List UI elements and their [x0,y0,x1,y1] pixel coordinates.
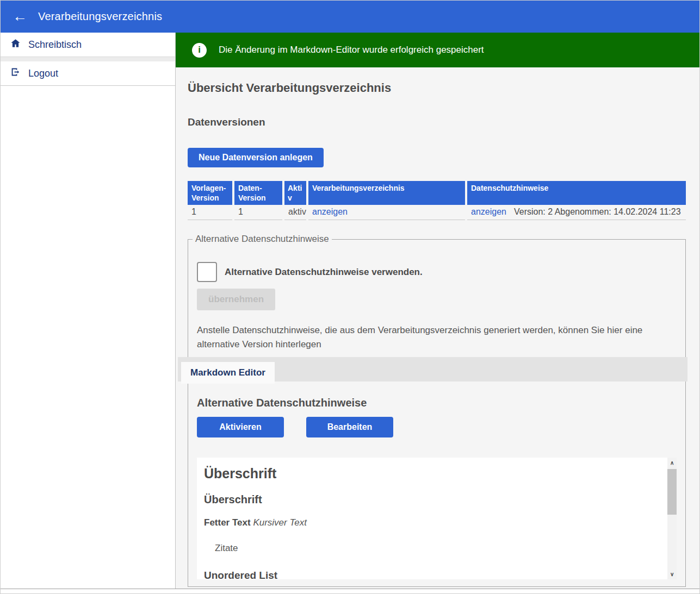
panel-title: Alternative Datenschutzhinweise [197,397,677,409]
preview-heading2: Überschrift [204,493,652,506]
new-dataversion-button[interactable]: Neue Datenversion anlegen [188,148,324,167]
sidebar-item-logout[interactable]: Logout [1,61,175,86]
scroll-up-icon[interactable]: ∧ [667,458,677,468]
col-header-daten-version: Daten-Version [234,181,282,205]
sidebar-divider [1,57,175,61]
col-header-verarbeitungsverzeichnis: Verarbeitungsverzeichnis [308,181,465,205]
sidebar-item-label: Logout [28,68,58,79]
tabstrip: Markdown Editor [178,357,687,382]
app-window: ← Verarbeitungsverzeichnis Schreibtisch … [0,0,700,594]
fieldset-legend: Alternative Datenschutzhinweise [193,234,332,245]
alt-datenschutz-checkbox[interactable] [197,262,217,282]
markdown-editor-panel: Alternative Datenschutzhinweise Aktivier… [197,382,677,579]
main-area: i Die Änderung im Markdown-Editor wurde … [176,33,699,589]
preview-heading3: Unordered List [204,570,652,579]
info-icon: i [192,43,207,58]
col-header-datenschutzhinweise: Datenschutzhinweise [467,181,686,205]
cell-aktiv: aktiv [284,205,306,220]
tab-markdown-editor[interactable]: Markdown Editor [181,362,275,384]
page-header-title: Verarbeitungsverzeichnis [38,10,162,23]
preview-paragraph: Fetter Text Kursiver Text [204,517,652,528]
banner-message: Die Änderung im Markdown-Editor wurde er… [219,45,484,55]
cell-daten-version: 1 [234,205,282,220]
preview-bold-text: Fetter Text [204,517,251,528]
preview-scrollbar[interactable]: ∧ ∨ [667,458,677,579]
markdown-preview: Überschrift Überschrift Fetter Text Kurs… [197,458,677,579]
alt-datenschutz-fieldset: Alternative Datenschutzhinweise Alternat… [188,239,686,587]
dataversions-table: Vorlagen-Version Daten-Version Aktiv Ver… [185,181,688,220]
page-title: Übersicht Verarbeitungsverzeichnis [188,81,686,95]
uebernehmen-button[interactable]: übernehmen [197,289,275,310]
verzeichnis-anzeigen-link[interactable]: anzeigen [312,207,348,216]
checkbox-label: Alternative Datenschutzhinweise verwende… [225,267,423,278]
aktivieren-button[interactable]: Aktivieren [197,417,284,437]
fieldset-description: Anstelle Datenschutzhinweise, die aus de… [197,323,677,352]
bearbeiten-button[interactable]: Bearbeiten [306,417,393,437]
cell-datenschutz: anzeigenVersion: 2 Abgenommen: 14.02.202… [467,205,686,220]
scroll-down-icon[interactable]: ∨ [667,569,677,579]
cell-vorlagen-version: 1 [188,205,232,220]
datenschutz-anzeigen-link[interactable]: anzeigen [471,207,506,216]
content: Übersicht Verarbeitungsverzeichnis Daten… [176,67,699,589]
sidebar: Schreibtisch Logout [1,33,176,589]
success-banner: i Die Änderung im Markdown-Editor wurde … [176,33,699,67]
col-header-aktiv: Aktiv [284,181,306,205]
back-arrow-icon[interactable]: ← [13,9,27,24]
sidebar-item-schreibtisch[interactable]: Schreibtisch [1,33,175,57]
preview-heading1: Überschrift [204,466,652,482]
home-icon [10,38,21,51]
sidebar-item-label: Schreibtisch [28,39,82,51]
preview-blockquote: Zitate [215,543,652,554]
checkbox-row: Alternative Datenschutzhinweise verwende… [197,262,677,282]
section-title-datenversionen: Datenversionen [188,116,686,128]
scrollbar-thumb[interactable] [667,469,677,515]
table-row: 1 1 aktiv anzeigen anzeigenVersion: 2 Ab… [188,205,686,220]
col-header-vorlagen-version: Vorlagen-Version [188,181,232,205]
topbar: ← Verarbeitungsverzeichnis [1,1,699,33]
cell-verzeichnis: anzeigen [308,205,465,220]
preview-italic-text: Kursiver Text [253,517,307,528]
datenschutz-version-info: Version: 2 Abgenommen: 14.02.2024 11:23 [514,207,681,216]
logout-icon [10,67,21,80]
